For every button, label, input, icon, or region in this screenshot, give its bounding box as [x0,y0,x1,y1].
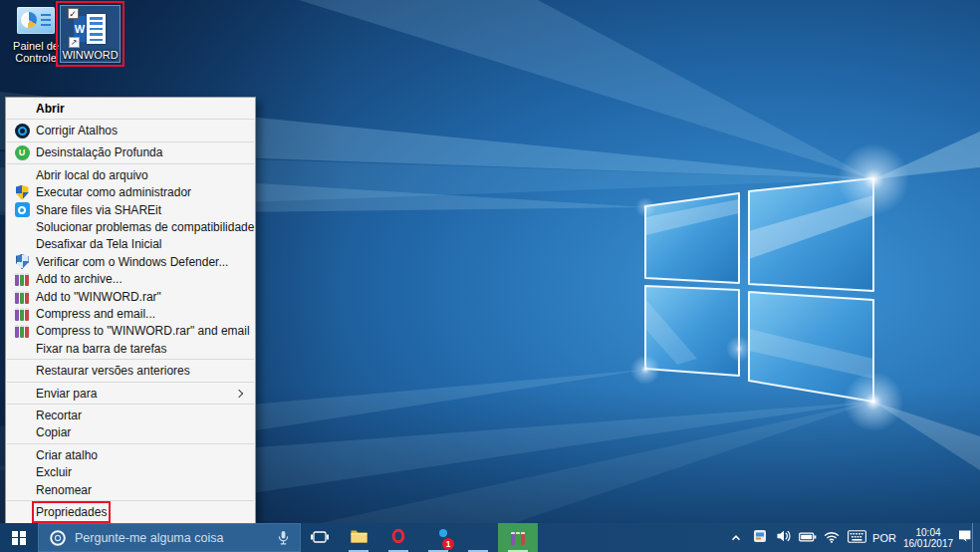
menu-item-desinstalacao-profunda[interactable]: Desinstalação Profunda [6,144,255,161]
start-button[interactable] [0,523,38,552]
volume-icon [776,528,792,548]
clock-date: 16/01/2017 [903,538,953,549]
menu-item-label: Desafixar da Tela Inicial [36,237,162,251]
tray-hidden-icons-button[interactable] [724,523,748,552]
word-page [87,14,106,44]
winword-annotation-box: WINWORD [56,1,124,67]
clock-time: 10:04 [915,527,940,538]
menu-separator [7,443,254,444]
menu-icon-spacer [14,408,30,423]
menu-item-label: Enviar para [36,387,97,401]
taskbar-app-shareit[interactable]: 1 [418,523,458,552]
menu-item-excluir[interactable]: Excluir [6,463,255,480]
menu-separator [7,141,254,142]
battery-icon [799,529,817,547]
menu-item-label: Add to "WINWORD.rar" [36,290,161,304]
winrar-icon [14,271,30,287]
menu-item-restaurar-versoes-anteriores[interactable]: Restaurar versões anteriores [6,362,255,379]
winrar-icon [511,531,526,545]
menu-icon-spacer [14,363,30,379]
desktop-icon-winword[interactable]: WINWORD [60,5,121,63]
taskbar-app-winrar[interactable] [498,523,538,552]
context-menu: AbrirCorrigir AtalhosDesinstalação Profu… [5,97,256,524]
menu-item-solucionar-problemas-de-compatibilidade[interactable]: Solucionar problemas de compatibilidade [6,218,255,235]
menu-icon-spacer [14,167,30,183]
menu-item-label: Executar como administrador [36,185,191,199]
menu-separator [7,359,254,360]
menu-icon-spacer [14,236,30,252]
menu-item-criar-atalho[interactable]: Criar atalho [6,446,255,463]
menu-item-add-to-archive[interactable]: Add to archive... [6,271,255,288]
taskbar-app-file-explorer[interactable] [339,523,378,552]
menu-item-share-files-via-shareit[interactable]: Share files via SHAREit [6,201,255,218]
desktop-icon-painel-de-controle[interactable]: Painel de Controle [12,7,60,64]
menu-item-label: Fixar na barra de tarefas [36,342,166,356]
menu-item-propriedades[interactable]: Propriedades [6,503,255,520]
windows-logo-icon [12,531,26,545]
winrar-icon [14,306,30,322]
tray-wifi-button[interactable] [820,523,844,552]
taskbar-app-document-app[interactable] [458,523,498,552]
menu-separator [7,382,254,383]
microphone-icon[interactable] [277,530,290,546]
show-desktop-button[interactable] [972,523,980,552]
taskbar-apps: 1 [339,523,538,552]
menu-item-renomear[interactable]: Renomear [6,481,255,498]
clock[interactable]: 10:04 16/01/2017 [899,523,957,552]
menu-separator [7,119,254,120]
tray-tray-app-button[interactable] [748,523,772,552]
tray-app-icon [753,529,767,547]
menu-item-verificar-com-o-windows-defender[interactable]: Verificar com o Windows Defender... [6,253,255,270]
desktop-icon-label: Painel de Controle [12,40,60,64]
menu-item-label: Abrir local do arquivo [36,168,148,182]
menu-item-label: Criar atalho [36,448,98,462]
menu-icon-spacer [14,447,30,463]
menu-item-enviar-para[interactable]: Enviar para [6,385,255,402]
menu-item-fixar-na-barra-de-tarefas[interactable]: Fixar na barra de tarefas [6,340,255,357]
menu-icon-spacer [14,219,30,235]
menu-item-label: Verificar com o Windows Defender... [36,255,228,269]
task-view-icon [311,529,329,547]
search-input[interactable] [73,530,273,546]
chevron-right-icon [235,389,243,397]
menu-item-label: Copiar [36,425,71,439]
menu-item-corrigir-atalhos[interactable]: Corrigir Atalhos [6,122,255,138]
task-view-button[interactable] [301,523,339,552]
tray-touch-keyboard-button[interactable] [844,523,869,552]
control-panel-icon [17,7,55,34]
notification-badge: 1 [442,538,454,550]
menu-item-label: Excluir [36,465,72,479]
uninstaller-icon [14,144,30,160]
menu-item-copiar[interactable]: Copiar [6,424,255,441]
menu-icon-spacer [14,464,30,480]
menu-separator [7,163,254,164]
checkbox-icon[interactable] [68,8,79,19]
action-center-button[interactable] [957,523,972,552]
menu-item-compress-to-winword-rar-and-email[interactable]: Compress to "WINWORD.rar" and email [6,323,255,340]
keyboard-icon [848,529,866,547]
menu-item-label: Propriedades [36,505,107,519]
menu-item-desafixar-da-tela-inicial[interactable]: Desafixar da Tela Inicial [6,236,255,253]
menu-icon-spacer [14,424,30,440]
tray-volume-button[interactable] [772,523,796,552]
taskbar-app-opera[interactable] [378,523,418,552]
menu-item-add-to-winword-rar[interactable]: Add to "WINWORD.rar" [6,288,255,305]
menu-item-label: Restaurar versões anteriores [36,364,190,378]
shortcut-fixer-icon [14,123,30,138]
chevron-up-icon [730,529,742,547]
menu-item-label: Corrigir Atalhos [36,124,118,138]
menu-item-executar-como-administrador[interactable]: Executar como administrador [6,184,255,201]
cortana-search-box[interactable] [38,523,301,552]
menu-item-label: Solucionar problemas de compatibilidade [36,220,254,234]
language-indicator[interactable]: POR [869,523,899,552]
menu-item-abrir[interactable]: Abrir [6,100,255,117]
menu-icon-spacer [14,504,30,520]
tray-battery-button[interactable] [796,523,820,552]
word-shortcut-icon [74,14,108,44]
menu-item-compress-and-email[interactable]: Compress and email... [6,305,255,322]
menu-item-label: Share files via SHAREit [36,203,161,217]
desktop-icon-label: WINWORD [61,49,120,61]
menu-item-label: Renomear [36,483,92,497]
menu-item-recortar[interactable]: Recortar [6,407,255,423]
menu-item-abrir-local-do-arquivo[interactable]: Abrir local do arquivo [6,166,255,183]
